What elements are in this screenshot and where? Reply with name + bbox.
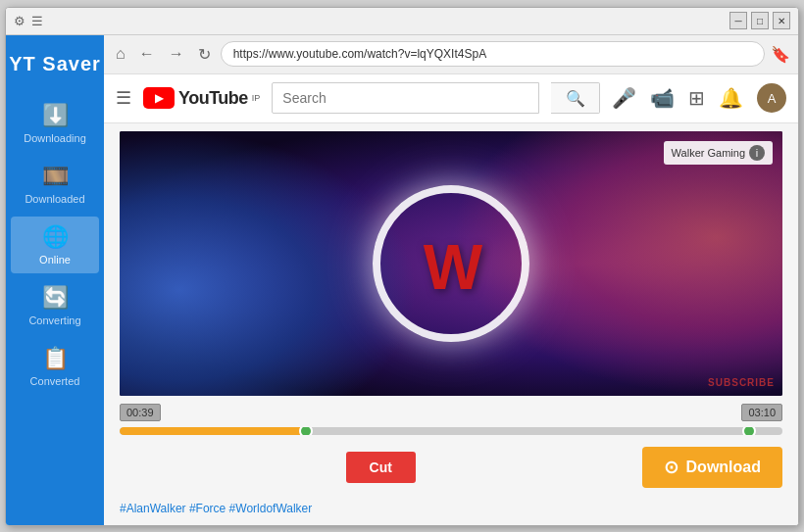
sidebar-label-online: Online bbox=[39, 254, 71, 266]
back-button[interactable]: ← bbox=[135, 43, 159, 65]
converted-icon: 📋 bbox=[42, 346, 69, 371]
browser-bar: ⌂ ← → ↻ 🔖 bbox=[104, 35, 798, 74]
yt-header-right: 🎤 📹 ⊞ 🔔 A bbox=[612, 83, 786, 113]
timeline-dot-end[interactable] bbox=[742, 427, 756, 435]
sidebar-item-downloading[interactable]: ⬇️ Downloading bbox=[11, 95, 99, 152]
sidebar-item-converted[interactable]: 📋 Converted bbox=[11, 338, 99, 395]
bottom-controls: Cut ⊙ Download bbox=[120, 443, 782, 492]
sidebar-label-converting: Converting bbox=[28, 314, 80, 326]
mic-button[interactable]: 🎤 bbox=[612, 86, 636, 110]
url-input[interactable] bbox=[221, 41, 765, 67]
title-bar: ⚙ ☰ ─ □ ✕ bbox=[6, 8, 798, 35]
forward-button[interactable]: → bbox=[165, 43, 188, 65]
subscribe-watermark: SUBSCRIBE bbox=[708, 377, 775, 388]
create-button[interactable]: 📹 bbox=[650, 86, 675, 110]
sidebar-label-converted: Converted bbox=[30, 375, 80, 387]
sidebar-label-downloading: Downloading bbox=[24, 132, 86, 144]
search-input[interactable] bbox=[272, 82, 539, 114]
online-icon: 🌐 bbox=[42, 224, 69, 250]
yt-sup: IP bbox=[252, 93, 261, 103]
content-area: ⌂ ← → ↻ 🔖 ☰ YouTubeIP 🔍 🎤 📹 ⊞ bbox=[104, 35, 798, 525]
hashtags: #AlanWalker #Force #WorldofWalker bbox=[120, 500, 782, 517]
cut-button[interactable]: Cut bbox=[346, 452, 416, 483]
video-logo: W bbox=[424, 230, 478, 303]
title-bar-controls: ─ □ ✕ bbox=[729, 12, 790, 29]
menu-icon[interactable]: ☰ bbox=[31, 14, 43, 28]
yt-logo: YouTubeIP bbox=[143, 87, 260, 109]
main-layout: YT Saver ⬇️ Downloading 🎞️ Downloaded 🌐 … bbox=[6, 35, 798, 525]
channel-badge: Walker Gaming i bbox=[664, 141, 773, 165]
info-icon[interactable]: i bbox=[749, 145, 765, 161]
notifications-button[interactable]: 🔔 bbox=[719, 86, 743, 110]
maximize-button[interactable]: □ bbox=[751, 12, 769, 29]
yt-logo-icon bbox=[143, 87, 175, 109]
sidebar-item-downloaded[interactable]: 🎞️ Downloaded bbox=[11, 156, 99, 213]
youtube-header: ☰ YouTubeIP 🔍 🎤 📹 ⊞ 🔔 A bbox=[104, 74, 798, 123]
app-window: ⚙ ☰ ─ □ ✕ YT Saver ⬇️ Downloading 🎞️ Dow… bbox=[5, 7, 799, 526]
download-icon: ⊙ bbox=[664, 457, 678, 478]
avatar[interactable]: A bbox=[757, 83, 786, 113]
converting-icon: 🔄 bbox=[42, 285, 69, 311]
video-area: W Walker Gaming i SUBSCRIBE 00:39 03:10 bbox=[104, 123, 798, 525]
time-start: 00:39 bbox=[120, 404, 161, 421]
app-logo: YT Saver bbox=[9, 45, 101, 91]
timeline-area: 00:39 03:10 bbox=[120, 404, 782, 435]
timeline-markers: 00:39 03:10 bbox=[120, 404, 782, 421]
refresh-button[interactable]: ↻ bbox=[194, 43, 215, 66]
timeline-bar[interactable] bbox=[120, 427, 782, 435]
downloaded-icon: 🎞️ bbox=[42, 164, 69, 189]
downloading-icon: ⬇️ bbox=[42, 103, 69, 128]
time-end: 03:10 bbox=[741, 404, 782, 421]
yt-logo-text: YouTube bbox=[178, 88, 248, 109]
apps-button[interactable]: ⊞ bbox=[688, 86, 705, 110]
video-player[interactable]: W Walker Gaming i SUBSCRIBE bbox=[120, 131, 782, 396]
title-bar-left: ⚙ ☰ bbox=[14, 14, 43, 28]
video-background: W Walker Gaming i SUBSCRIBE bbox=[120, 131, 782, 396]
timeline-played bbox=[120, 427, 305, 435]
sidebar-item-converting[interactable]: 🔄 Converting bbox=[11, 277, 99, 334]
settings-icon[interactable]: ⚙ bbox=[14, 14, 25, 28]
home-button[interactable]: ⌂ bbox=[112, 43, 129, 65]
bookmark-button[interactable]: 🔖 bbox=[771, 45, 790, 64]
sidebar-label-downloaded: Downloaded bbox=[25, 193, 84, 205]
download-label: Download bbox=[686, 459, 761, 476]
channel-name: Walker Gaming bbox=[672, 147, 745, 159]
timeline-dot-start[interactable] bbox=[299, 427, 313, 435]
sidebar-item-online[interactable]: 🌐 Online bbox=[11, 217, 99, 273]
minimize-button[interactable]: ─ bbox=[729, 12, 747, 29]
sidebar: YT Saver ⬇️ Downloading 🎞️ Downloaded 🌐 … bbox=[6, 35, 104, 525]
yt-menu-button[interactable]: ☰ bbox=[116, 87, 131, 109]
search-button[interactable]: 🔍 bbox=[551, 82, 600, 114]
download-button[interactable]: ⊙ Download bbox=[642, 447, 782, 488]
close-button[interactable]: ✕ bbox=[773, 12, 790, 29]
